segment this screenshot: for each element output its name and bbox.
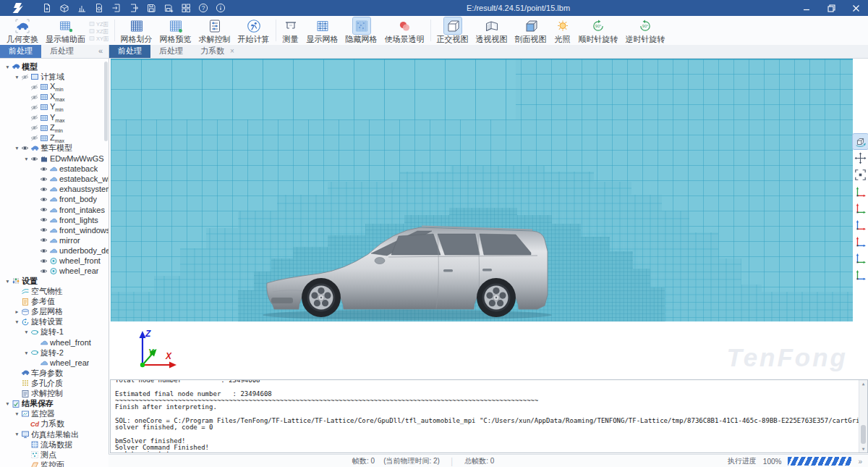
view-axis-left-button[interactable] <box>853 217 868 232</box>
toolbar-rotate-ccw-button[interactable]: 90°逆时针旋转 <box>622 16 669 45</box>
view-axis-front-button[interactable] <box>853 184 868 199</box>
visibility-eye-icon[interactable] <box>30 104 40 111</box>
tree-row[interactable]: exhaustsystem <box>0 184 109 194</box>
visibility-eye-icon[interactable] <box>40 206 49 213</box>
tree-expander[interactable]: ▾ <box>13 431 21 437</box>
tree-row[interactable]: Cd力系数 <box>0 419 109 429</box>
export-icon[interactable] <box>126 1 142 14</box>
tree-row[interactable]: Zmin <box>0 123 109 133</box>
toolbar-aux-plane-button[interactable]: 显示辅助面 <box>42 16 89 45</box>
toolbar-measure-button[interactable]: 测量 <box>278 16 303 45</box>
tree-row[interactable]: wheel_rear <box>0 266 109 276</box>
visibility-eye-icon[interactable] <box>30 156 40 162</box>
toolbar-geometry-transform-button[interactable]: 几何变换 <box>3 16 42 45</box>
tree-row[interactable]: ▾仿真结果输出 <box>0 429 109 439</box>
statusbar-expander[interactable]: » <box>858 458 862 466</box>
visibility-eye-icon[interactable] <box>40 227 49 233</box>
visibility-eye-icon[interactable] <box>40 176 49 182</box>
document-tab[interactable]: 后处理 <box>150 45 192 58</box>
tree-row[interactable]: ▾EDwMwWwGS <box>0 153 109 164</box>
about-icon[interactable] <box>213 1 229 14</box>
console-scrollbar[interactable]: ▲ ▼ <box>859 380 867 453</box>
toolbar-section-view-button[interactable]: 剖面视图 <box>511 16 550 45</box>
sidebar-scrollbar[interactable] <box>104 62 108 466</box>
tree-row[interactable]: 求解控制 <box>0 389 109 399</box>
minimize-button[interactable] <box>794 0 819 16</box>
aux-plane-toggle-yz[interactable]: YZ面 <box>89 21 109 28</box>
toolbar-mesh-divide-button[interactable]: 网格划分 <box>117 16 156 45</box>
visibility-eye-icon[interactable] <box>40 166 49 172</box>
tree-expander[interactable]: ▾ <box>4 400 12 407</box>
sidebar-scrollbar-thumb[interactable] <box>104 62 108 141</box>
tree-row[interactable]: ▾旋转设置 <box>0 317 109 327</box>
tree-expander[interactable]: ▾ <box>4 278 12 285</box>
tree-row[interactable]: ▾监控器 <box>0 409 109 419</box>
tree-row[interactable]: 测点 <box>0 450 109 460</box>
aux-plane-toggle-xz[interactable]: XZ面 <box>89 28 109 35</box>
view-axis-bottom-button[interactable] <box>853 267 868 282</box>
tree-row[interactable]: estateback <box>0 164 109 174</box>
help-icon[interactable]: ? <box>195 1 211 14</box>
tree-row[interactable]: 车身参数 <box>0 368 109 378</box>
tree-row[interactable]: ▾模型 <box>0 62 109 72</box>
import-icon[interactable] <box>109 1 124 14</box>
tree-row[interactable]: mirror <box>0 235 109 245</box>
visibility-eye-icon[interactable] <box>30 125 40 131</box>
visibility-eye-icon[interactable] <box>30 114 40 121</box>
tree-row[interactable]: ▾结果保存 <box>0 399 109 409</box>
panel-tab-inactive[interactable]: 后处理 <box>41 45 82 58</box>
tree-expander[interactable]: ▾ <box>13 319 21 325</box>
viewport-3d[interactable]: Z X Y TenFong <box>109 59 868 379</box>
tree-expander[interactable]: ▾ <box>22 350 30 356</box>
tree-row[interactable]: 监控面 <box>0 460 109 467</box>
mesh-canvas[interactable] <box>111 59 853 321</box>
visibility-eye-icon[interactable] <box>40 237 49 243</box>
collapse-panel-button[interactable]: « <box>93 45 109 58</box>
save-icon[interactable] <box>143 1 159 14</box>
tree-row[interactable]: Ymin <box>0 102 109 112</box>
tree-expander[interactable]: ▾ <box>4 64 12 70</box>
tree-expander[interactable]: ▸ <box>13 308 21 315</box>
restore-button[interactable] <box>819 0 843 16</box>
visibility-eye-icon[interactable] <box>40 196 49 203</box>
tree-row[interactable]: 参考值 <box>0 297 109 307</box>
toolbar-solver-control-button[interactable]: 求解控制 <box>195 16 234 45</box>
visibility-eye-icon[interactable] <box>40 248 49 254</box>
open-project-icon[interactable] <box>56 1 72 14</box>
tree-row[interactable]: front_intakes <box>0 205 109 215</box>
visibility-eye-icon[interactable] <box>30 84 40 91</box>
visibility-eye-icon[interactable] <box>21 74 30 80</box>
rotate-view-button[interactable] <box>853 134 868 149</box>
close-tab-icon[interactable]: × <box>230 47 234 55</box>
scroll-down-icon[interactable]: ▼ <box>862 445 865 453</box>
visibility-eye-icon[interactable] <box>40 186 49 193</box>
toolbar-ortho-view-button[interactable]: 正交视图 <box>433 16 472 45</box>
visibility-eye-icon[interactable] <box>30 94 40 101</box>
tree-row[interactable]: wheel_front <box>0 256 109 266</box>
tree-row[interactable]: wheel_rear <box>0 358 109 368</box>
tree-row[interactable]: Ymax <box>0 113 109 123</box>
tree-row[interactable]: front_windows <box>0 225 109 235</box>
tree-row[interactable]: estateback_window <box>0 174 109 184</box>
visibility-eye-icon[interactable] <box>40 268 49 274</box>
fit-view-button[interactable] <box>853 167 868 182</box>
view-axis-back-button[interactable] <box>853 201 868 216</box>
tree-expander[interactable]: ▾ <box>22 329 30 335</box>
tree-row[interactable]: Xmax <box>0 92 109 102</box>
view-axis-top-button[interactable] <box>853 251 868 266</box>
close-button[interactable] <box>843 0 868 16</box>
document-tab[interactable]: 力系数× <box>192 45 243 58</box>
tree-row[interactable]: ▾设置 <box>0 276 109 286</box>
tree-expander[interactable]: ▾ <box>13 145 21 151</box>
document-tab[interactable]: 前处理 <box>109 45 150 58</box>
visibility-eye-icon[interactable] <box>30 135 40 141</box>
panel-tab-active[interactable]: 前处理 <box>0 45 41 58</box>
tree-row[interactable]: 流场数据 <box>0 439 109 450</box>
tree-row[interactable]: ▾旋转-2 <box>0 348 109 358</box>
tree-row[interactable]: underbody_detail <box>0 245 109 256</box>
visibility-eye-icon[interactable] <box>40 258 49 264</box>
tree-row[interactable]: Zmax <box>0 133 109 143</box>
toolbar-rotate-cw-button[interactable]: 90°顺时针旋转 <box>575 16 622 45</box>
toolbar-hide-mesh-button[interactable]: 隐藏网格 <box>342 16 381 45</box>
view-axis-right-button[interactable] <box>853 234 868 249</box>
